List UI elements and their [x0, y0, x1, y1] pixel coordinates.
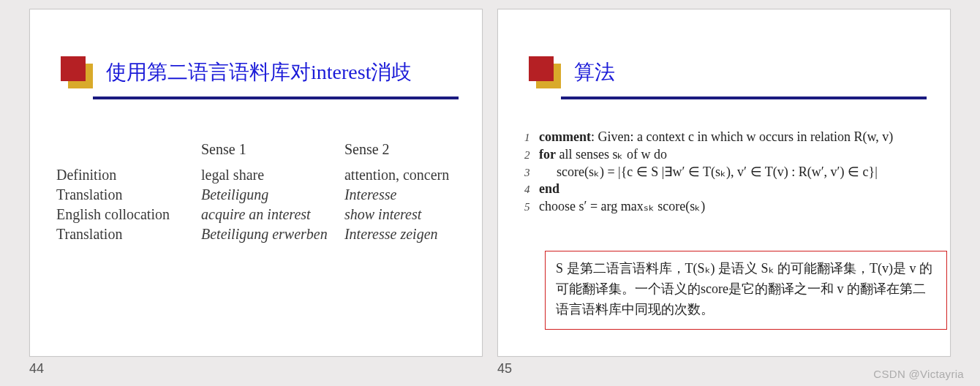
sense-table: Sense 1 Sense 2 Definition legal share a…	[56, 138, 464, 244]
title-block: 使用第二语言语料库对interest消歧	[30, 10, 482, 99]
algo-code: comment: Given: a context c in which w o…	[539, 129, 938, 145]
row-label: Translation	[56, 185, 201, 205]
algo-line: 4 end	[524, 181, 938, 197]
cell-sense2: Interesse zeigen	[344, 224, 464, 244]
cell-sense1: Beteiligung erwerben	[201, 224, 344, 244]
title-block: 算法	[498, 10, 950, 99]
algo-line: 3 score(sₖ) = |{c ∈ S |∃w′ ∈ T(sₖ), v′ ∈…	[524, 164, 938, 180]
algo-code: choose s′ = arg maxₛₖ score(sₖ)	[539, 198, 938, 214]
table-row: English collocation acquire an interest …	[56, 205, 464, 224]
cell-sense2: Interesse	[344, 185, 464, 205]
table-row: Definition legal share attention, concer…	[56, 165, 464, 185]
page-number-left: 44	[29, 361, 44, 376]
col-header-sense2: Sense 2	[344, 138, 464, 165]
row-label: English collocation	[56, 205, 201, 224]
table-row: Translation Beteiligung Interesse	[56, 185, 464, 205]
col-header-empty	[56, 138, 201, 165]
slide-title: 使用第二语言语料库对interest消歧	[74, 59, 453, 85]
line-number: 3	[524, 167, 539, 179]
col-header-sense1: Sense 1	[201, 138, 344, 165]
watermark: CSDN @Victayria	[873, 368, 964, 380]
algo-code: for all senses sₖ of w do	[539, 146, 938, 162]
algo-code: end	[539, 181, 938, 197]
title-underline	[561, 96, 927, 99]
slide-44: 使用第二语言语料库对interest消歧 Sense 1 Sense 2 Def…	[29, 9, 483, 357]
line-number: 1	[524, 132, 539, 144]
note-text: S 是第二语言语料库，T(Sₖ) 是语义 Sₖ 的可能翻译集，T(v)是 v 的…	[556, 261, 932, 317]
row-label: Translation	[56, 224, 201, 244]
line-number: 4	[524, 183, 539, 196]
cell-sense1: Beteiligung	[201, 185, 344, 205]
title-underline	[93, 96, 459, 99]
algo-line: 5 choose s′ = arg maxₛₖ score(sₖ)	[524, 198, 938, 214]
algo-code: score(sₖ) = |{c ∈ S |∃w′ ∈ T(sₖ), v′ ∈ T…	[539, 164, 938, 180]
row-label: Definition	[56, 165, 201, 185]
algo-line: 2 for all senses sₖ of w do	[524, 146, 938, 162]
cell-sense1: legal share	[201, 165, 344, 185]
title-bullet-icon	[61, 56, 93, 88]
cell-sense2: attention, concern	[344, 165, 464, 185]
slide-45: 算法 1 comment: Given: a context c in whic…	[497, 9, 951, 357]
cell-sense2: show interest	[344, 205, 464, 224]
note-box: S 是第二语言语料库，T(Sₖ) 是语义 Sₖ 的可能翻译集，T(v)是 v 的…	[545, 251, 947, 330]
line-number: 2	[524, 149, 539, 162]
algorithm-block: 1 comment: Given: a context c in which w…	[524, 129, 938, 216]
table-row: Translation Beteiligung erwerben Interes…	[56, 224, 464, 244]
slide-pair-stage: 使用第二语言语料库对interest消歧 Sense 1 Sense 2 Def…	[0, 0, 980, 386]
page-number-right: 45	[497, 361, 512, 376]
cell-sense1: acquire an interest	[201, 205, 344, 224]
line-number: 5	[524, 201, 539, 213]
title-bullet-icon	[529, 56, 561, 88]
algo-line: 1 comment: Given: a context c in which w…	[524, 129, 938, 145]
slide-title: 算法	[542, 59, 921, 85]
